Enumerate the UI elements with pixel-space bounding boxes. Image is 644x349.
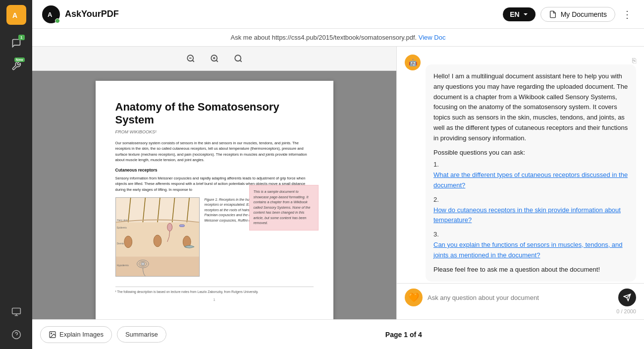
body-area: Anatomy of the Somatosensory System FROM… bbox=[32, 47, 644, 319]
chat-input-row: 🧡 bbox=[405, 289, 636, 306]
chat-messages: 🤖 ⎘ Hello! I am a multilingual document … bbox=[397, 47, 644, 283]
pdf-toolbar bbox=[32, 47, 396, 71]
chat-badge: 1 bbox=[18, 35, 24, 40]
sidebar-item-help[interactable] bbox=[7, 325, 26, 344]
svg-point-31 bbox=[141, 262, 145, 265]
app-title: AskYourPDF bbox=[65, 9, 119, 19]
zoom-out-button[interactable] bbox=[183, 51, 199, 66]
svg-line-10 bbox=[192, 60, 194, 61]
svg-text:Epidermis: Epidermis bbox=[117, 227, 127, 229]
explain-images-button[interactable]: Explain Images bbox=[40, 326, 112, 343]
svg-point-16 bbox=[235, 55, 241, 61]
svg-text:Dermis: Dermis bbox=[117, 242, 124, 245]
sidebar-item-tools[interactable]: New bbox=[7, 57, 26, 75]
summarise-button[interactable]: Summarise bbox=[117, 326, 166, 343]
chat-message-1: 🤖 ⎘ Hello! I am a multilingual document … bbox=[405, 55, 636, 283]
svg-text:A: A bbox=[48, 11, 53, 18]
question-link-3[interactable]: Can you explain the functions of sensors… bbox=[433, 240, 628, 261]
svg-point-41 bbox=[51, 333, 52, 334]
my-docs-label: My Documents bbox=[561, 10, 607, 18]
pdf-figure-image: Hairy skin Epidermis Dermis Hypodermis bbox=[115, 197, 200, 277]
chat-bubble: Hello! I am a multilingual document assi… bbox=[426, 64, 636, 282]
header: A AskYourPDF EN My Documents ⋮ bbox=[32, 0, 644, 29]
pdf-viewer: Anatomy of the Somatosensory System FROM… bbox=[32, 47, 396, 319]
chat-intro-text: Hello! I am a multilingual document assi… bbox=[433, 71, 628, 144]
online-indicator bbox=[55, 18, 60, 23]
doc-bar-text: Ask me about https://css4.pub/2015/textb… bbox=[231, 34, 417, 41]
pdf-page-number: 1 bbox=[115, 297, 314, 302]
svg-point-27 bbox=[154, 235, 161, 247]
view-doc-link[interactable]: View Doc bbox=[419, 34, 446, 41]
copy-message-icon[interactable]: ⎘ bbox=[632, 57, 636, 64]
search-button[interactable] bbox=[230, 51, 246, 66]
svg-text:A: A bbox=[12, 11, 17, 19]
my-documents-button[interactable]: My Documents bbox=[540, 7, 615, 22]
sidebar-item-embed[interactable] bbox=[7, 302, 26, 321]
bottom-bar: Explain Images Summarise Page 1 of 4 bbox=[32, 319, 644, 349]
svg-point-32 bbox=[167, 223, 172, 231]
send-button[interactable] bbox=[618, 289, 636, 306]
chat-closing-text: Please feel free to ask me a question ab… bbox=[433, 265, 628, 275]
possible-questions-label: Possible questions you can ask: bbox=[433, 148, 628, 158]
new-badge: New bbox=[14, 58, 24, 62]
header-logo: A AskYourPDF bbox=[42, 5, 119, 23]
explain-images-label: Explain Images bbox=[59, 331, 104, 338]
pdf-footnote: ¹ The following description is based on … bbox=[115, 287, 314, 293]
page-indicator: Page 1 of 4 bbox=[385, 331, 422, 339]
question-link-1[interactable]: What are the different types of cutaneou… bbox=[433, 170, 628, 191]
sidebar: A 1 New bbox=[0, 0, 32, 349]
svg-text:Hairy skin: Hairy skin bbox=[117, 219, 128, 222]
language-button[interactable]: EN bbox=[503, 7, 535, 21]
char-count: 0 / 2000 bbox=[405, 308, 636, 314]
pdf-page: Anatomy of the Somatosensory System FROM… bbox=[96, 81, 333, 319]
zoom-in-button[interactable] bbox=[207, 51, 222, 66]
question-link-2[interactable]: How do cutaneous receptors in the skin p… bbox=[433, 205, 628, 226]
question-item-2: 2. How do cutaneous receptors in the ski… bbox=[433, 195, 628, 226]
chat-input-area: 🧡 0 / 2000 bbox=[397, 283, 644, 319]
svg-line-17 bbox=[240, 60, 241, 61]
pdf-section1: Cutaneous receptors bbox=[115, 168, 314, 173]
bot-avatar: 🤖 bbox=[405, 55, 421, 70]
question-item-3: 3. Can you explain the functions of sens… bbox=[433, 230, 628, 260]
question-item-1: 1. What are the different types of cutan… bbox=[433, 160, 628, 190]
pdf-title: Anatomy of the Somatosensory System bbox=[115, 101, 314, 126]
svg-line-13 bbox=[216, 60, 217, 61]
pdf-from: FROM WIKIBOOKS¹ bbox=[115, 129, 314, 134]
summarise-label: Summarise bbox=[125, 331, 158, 338]
pdf-body1: Our somatosensory system consists of sen… bbox=[115, 140, 314, 163]
user-avatar: 🧡 bbox=[405, 289, 423, 306]
more-options-button[interactable]: ⋮ bbox=[620, 6, 634, 22]
svg-text:Hypodermis: Hypodermis bbox=[117, 264, 129, 267]
app-logo-image: A bbox=[42, 5, 60, 23]
svg-point-26 bbox=[124, 236, 132, 248]
lang-label: EN bbox=[510, 10, 519, 18]
chat-input[interactable] bbox=[428, 294, 613, 301]
chat-panel: 🤖 ⎘ Hello! I am a multilingual document … bbox=[396, 47, 644, 319]
pdf-highlight-box: This is a sample document to showcase pa… bbox=[249, 185, 319, 231]
main-content: A AskYourPDF EN My Documents ⋮ Ask me ab… bbox=[32, 0, 644, 349]
svg-rect-33 bbox=[179, 225, 184, 227]
svg-rect-2 bbox=[12, 308, 20, 314]
pdf-page-area: Anatomy of the Somatosensory System FROM… bbox=[32, 71, 396, 319]
sidebar-item-chat[interactable]: 1 bbox=[7, 34, 26, 53]
sidebar-logo: A bbox=[6, 5, 26, 25]
doc-bar: Ask me about https://css4.pub/2015/textb… bbox=[32, 29, 644, 47]
